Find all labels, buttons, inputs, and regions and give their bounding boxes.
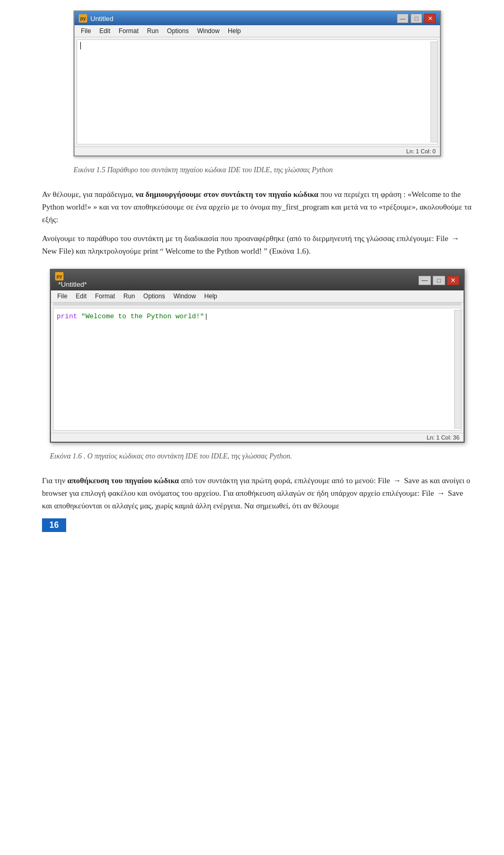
menu-help-2[interactable]: Help	[200, 291, 222, 301]
maximize-btn-2[interactable]: □	[433, 276, 445, 285]
scrollbar-1[interactable]	[430, 41, 438, 142]
menubar-2: File Edit Format Run Options Window Help	[51, 290, 464, 303]
page-number-box: 16	[42, 518, 66, 532]
menu-help-1[interactable]: Help	[224, 26, 245, 36]
idle-window-2: py *Untitled* — □ ✕ File Edit Format Run…	[50, 269, 465, 443]
maximize-btn-1[interactable]: □	[411, 14, 422, 23]
arrow-1: →	[452, 232, 459, 245]
paragraph-1: Αν θέλουμε, για παράδειγμα, να δημιουργή…	[42, 188, 472, 226]
figure-caption-1: Εικόνα 1.5 Παράθυρο του συντάκτη πηγαίου…	[74, 166, 441, 174]
para4-bold: αποθήκευση του πηγαίου κώδικα	[67, 476, 179, 485]
editor-empty-space-1	[80, 49, 434, 141]
para4b: από τον συντάκτη για πρώτη φορά, επιλέγο…	[179, 476, 392, 485]
page-content: py Untitled — □ ✕ File Edit Format Run O…	[0, 0, 504, 543]
close-btn-2[interactable]: ✕	[447, 276, 459, 285]
code-string-2: "Welcome to the Python world!"	[81, 312, 204, 320]
menubar-1: File Edit Format Run Options Window Help	[75, 25, 440, 37]
arrow-3: →	[437, 487, 445, 499]
code-cursor-2: |	[204, 312, 208, 320]
window-controls-2: — □ ✕	[418, 276, 459, 285]
menu-format-1[interactable]: Format	[114, 26, 143, 36]
menu-options-2[interactable]: Options	[139, 291, 169, 301]
menu-edit-2[interactable]: Edit	[71, 291, 91, 301]
status-text-2: Ln: 1 Col: 36	[427, 434, 459, 441]
menu-options-1[interactable]: Options	[163, 26, 193, 36]
menu-run-2[interactable]: Run	[119, 291, 139, 301]
para3b: New File) και πληκτρολογούμε print “ Wel…	[42, 247, 311, 255]
code-line-2: print "Welcome to the Python world!"|	[57, 311, 458, 322]
para1-before-bold: Αν θέλουμε, για παράδειγμα,	[42, 190, 135, 199]
editor-container-1	[75, 39, 440, 144]
editor-empty-space-2	[57, 322, 458, 427]
menu-file-1[interactable]: File	[77, 26, 95, 36]
window-title-2: *Untitled*	[58, 280, 87, 288]
paragraph-4: Για την αποθήκευση του πηγαίου κώδικα απ…	[42, 474, 472, 512]
code-keyword-2: print	[57, 312, 77, 320]
editor-top-bar-2	[53, 303, 461, 306]
paragraph-3: Ανοίγουμε το παράθυρο του συντάκτη με τη…	[42, 232, 472, 257]
title-left-1: py Untitled	[79, 14, 113, 23]
app-icon-label-1: py	[80, 16, 86, 21]
window-title-1: Untitled	[90, 15, 113, 23]
statusbar-2: Ln: 1 Col: 36	[51, 433, 464, 442]
editor-2[interactable]: print "Welcome to the Python world!"|	[53, 308, 461, 431]
minimize-btn-2[interactable]: —	[418, 276, 431, 285]
menu-edit-1[interactable]: Edit	[95, 26, 114, 36]
window-controls-1: — □ ✕	[397, 14, 436, 23]
menu-format-2[interactable]: Format	[91, 291, 119, 301]
menu-window-2[interactable]: Window	[169, 291, 200, 301]
text-cursor-1	[80, 42, 81, 49]
page-number: 16	[49, 520, 59, 529]
para1-bold: να δημιουργήσουμε στον συντάκτη τον πηγα…	[135, 190, 318, 199]
title-left-2: py *Untitled*	[55, 272, 87, 288]
status-text-1: Ln: 1 Col: 0	[406, 148, 436, 154]
figure-caption-2: Εικόνα 1.6 . Ο πηγαίος κώδικας στο συντά…	[50, 452, 465, 461]
statusbar-1: Ln: 1 Col: 0	[75, 147, 440, 155]
close-btn-1[interactable]: ✕	[424, 14, 436, 23]
idle-window-1: py Untitled — □ ✕ File Edit Format Run O…	[74, 11, 441, 157]
menu-run-1[interactable]: Run	[143, 26, 163, 36]
editor-container-2: print "Welcome to the Python world!"|	[51, 308, 464, 431]
menu-window-1[interactable]: Window	[193, 26, 224, 36]
para3a: Ανοίγουμε το παράθυρο του συντάκτη με τη…	[42, 234, 450, 243]
titlebar-1: py Untitled — □ ✕	[75, 12, 440, 25]
editor-1[interactable]	[77, 39, 438, 144]
para2: » και να τον αποθηκεύσουμε σε ένα αρχείο…	[42, 203, 471, 224]
titlebar-2: py *Untitled* — □ ✕	[51, 270, 464, 290]
menu-file-2[interactable]: File	[53, 291, 71, 301]
app-icon-1: py	[79, 14, 87, 23]
caption-text-2: Εικόνα 1.6 . Ο πηγαίος κώδικας στο συντά…	[50, 452, 292, 460]
page-number-bar: 16	[42, 518, 472, 532]
app-icon-label-2: py	[57, 274, 62, 279]
minimize-btn-1[interactable]: —	[397, 14, 408, 23]
arrow-2: →	[393, 474, 401, 487]
cursor-line-1	[80, 42, 434, 49]
scrollbar-2[interactable]	[454, 310, 461, 429]
app-icon-2: py	[55, 272, 64, 280]
para4a: Για την	[42, 476, 67, 485]
caption-text-1: Εικόνα 1.5 Παράθυρο του συντάκτη πηγαίου…	[74, 166, 333, 174]
